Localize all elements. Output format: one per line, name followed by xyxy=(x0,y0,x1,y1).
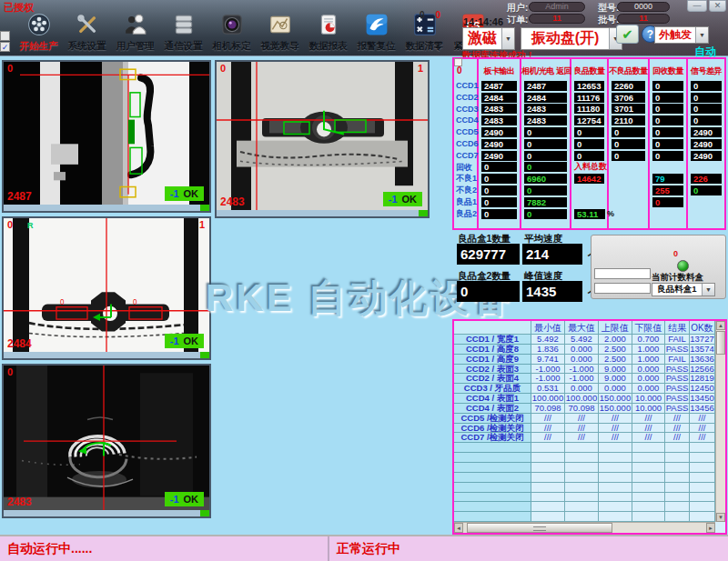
toolbar-button-report[interactable]: 数据报表 xyxy=(304,13,352,53)
toolbar-button-users[interactable]: 用户管理 xyxy=(111,13,159,53)
table-row xyxy=(454,493,715,503)
result-cell xyxy=(531,502,565,512)
chevron-down-icon[interactable]: ▼ xyxy=(501,28,514,49)
status-bar: 自动运行中...... 正常运行中 xyxy=(0,535,728,561)
toolbar-button-label: 相机标定 xyxy=(213,40,251,53)
result-cell xyxy=(599,473,632,483)
result-cell: 150.000 xyxy=(599,404,632,414)
user-field[interactable]: Admin xyxy=(529,2,585,12)
camera-view-ccd4[interactable]: 0 2483 -1OK xyxy=(2,364,211,518)
result-cell xyxy=(531,493,565,503)
toolbar-button-camera[interactable]: 相机标定 xyxy=(207,13,256,53)
signal-cell: 2490 xyxy=(688,138,724,150)
result-cell: 2.000 xyxy=(599,335,632,345)
signal-table-checkbox[interactable] xyxy=(454,58,462,66)
signal-row-label: CCD7 xyxy=(454,150,477,162)
scroll-left-icon[interactable]: ◄ xyxy=(454,523,463,533)
chevron-down-icon[interactable]: ▼ xyxy=(695,27,708,43)
batch-field[interactable]: 11 xyxy=(617,14,670,24)
confirm-button[interactable]: ✔ xyxy=(616,25,639,44)
minimize-button[interactable]: — xyxy=(687,0,707,12)
close-button[interactable]: ✕ xyxy=(709,0,726,12)
external-trigger-dropdown[interactable]: 外触发 ▼ xyxy=(654,26,709,44)
camera-ok-badge: -1OK xyxy=(165,186,204,201)
result-cell xyxy=(632,463,665,473)
scroll-up-icon[interactable]: ▲ xyxy=(716,321,725,330)
result-cell: /// xyxy=(665,414,690,424)
result-cell xyxy=(531,473,565,483)
result-cell: 10.000 xyxy=(632,404,665,414)
result-cell: 13450 xyxy=(690,394,715,404)
good-box2-count: 0 xyxy=(457,281,520,302)
vertical-scrollbar[interactable]: ▲ ▼ xyxy=(715,321,725,522)
estop-counter-left: 0 xyxy=(420,10,425,20)
toolbar-button-server[interactable]: 通信设置 xyxy=(159,13,207,53)
camera-scroll-strip[interactable] xyxy=(217,210,428,216)
toolbar-button-label: 通信设置 xyxy=(165,40,203,53)
result-cell xyxy=(665,473,690,483)
result-cell: /// xyxy=(632,424,665,434)
result-cell xyxy=(531,453,565,463)
signal-cell: 12754 xyxy=(571,115,607,126)
camera-view-ccd3[interactable]: 0 0 0 1 R 2484 -1OK xyxy=(2,216,211,360)
result-cell: -1.000 xyxy=(565,374,599,384)
scroll-grip xyxy=(533,526,546,531)
result-column-header: 上限值 xyxy=(599,321,632,335)
current-tray-value: 良品料盒1 xyxy=(652,284,702,296)
tray-input-1[interactable] xyxy=(594,268,651,279)
result-cell xyxy=(665,463,690,473)
result-cell: CCD4 / 表面2 xyxy=(454,404,531,414)
camera-view-ccd2[interactable]: 0 1 2483 -1OK xyxy=(215,60,430,218)
signal-cell: 2260 xyxy=(609,80,648,92)
result-cell: 150.000 xyxy=(599,394,632,404)
vibration-plate-dropdown-value: 振动盘(开) xyxy=(521,29,609,48)
signal-cell: 79 xyxy=(650,173,686,185)
toolbar-button-reel[interactable]: 开始生产 xyxy=(15,13,63,53)
order-field[interactable]: 11 xyxy=(529,14,585,24)
signal-cell xyxy=(609,196,648,208)
horizontal-scrollbar[interactable]: ◄ ► xyxy=(454,522,715,533)
toolbar-button-label: 报警复位 xyxy=(358,40,396,53)
toolbar-button-alarm[interactable]: 报警复位 xyxy=(352,13,400,53)
camera-view-ccd1[interactable]: 0 2487 -1OK xyxy=(2,60,211,213)
signal-cell xyxy=(609,208,648,220)
signal-row-label: CCD2 xyxy=(454,92,477,104)
chevron-down-icon[interactable]: ▼ xyxy=(702,284,714,296)
tray-status-led xyxy=(677,260,689,272)
result-cell: 9.741 xyxy=(531,355,565,365)
edge-checkbox[interactable]: ✓ xyxy=(0,42,10,52)
result-cell xyxy=(531,443,565,453)
model-field[interactable]: 0000 xyxy=(617,2,670,12)
report-icon xyxy=(317,13,340,36)
signal-row-label: CCD4 xyxy=(454,115,477,126)
edge-expander[interactable] xyxy=(0,31,10,41)
result-cell: 1.000 xyxy=(632,345,665,355)
toolbar-button-tools[interactable]: 系统设置 xyxy=(63,13,111,53)
vertical-scroll-thumb[interactable] xyxy=(716,331,725,355)
camera-scroll-strip[interactable] xyxy=(4,352,209,358)
signal-column-header: 信号差异 xyxy=(688,59,724,80)
toolbar-button-map[interactable]: 视觉教导 xyxy=(256,13,304,53)
vibration-plate-dropdown[interactable]: 振动盘(开) ▼ xyxy=(521,27,622,50)
signal-cell: 2110 xyxy=(609,115,648,126)
horizontal-scroll-thumb[interactable] xyxy=(467,523,612,533)
camera-ok-badge: -1OK xyxy=(165,334,204,348)
signal-cell: 226 xyxy=(688,173,724,185)
current-tray-dropdown[interactable]: 良品料盒1 ▼ xyxy=(652,283,715,296)
scroll-down-icon[interactable]: ▼ xyxy=(716,513,725,522)
result-cell xyxy=(565,483,599,493)
tray-input-2[interactable] xyxy=(594,283,651,294)
result-cell: /// xyxy=(599,433,632,443)
camera-scroll-strip[interactable] xyxy=(4,510,209,516)
signal-cell xyxy=(688,208,724,220)
signal-cell xyxy=(688,196,724,208)
result-cell: 0.000 xyxy=(632,384,665,394)
result-cell: 2.500 xyxy=(599,355,632,365)
result-cell xyxy=(454,502,531,512)
signal-cell: 3701 xyxy=(609,104,648,115)
magnetize-dropdown[interactable]: 激磁 ▼ xyxy=(462,27,515,50)
result-cell xyxy=(531,483,565,493)
signal-row-label: 不良1 xyxy=(454,173,477,185)
scroll-right-icon[interactable]: ► xyxy=(706,523,715,533)
camera-scroll-strip[interactable] xyxy=(4,205,209,211)
